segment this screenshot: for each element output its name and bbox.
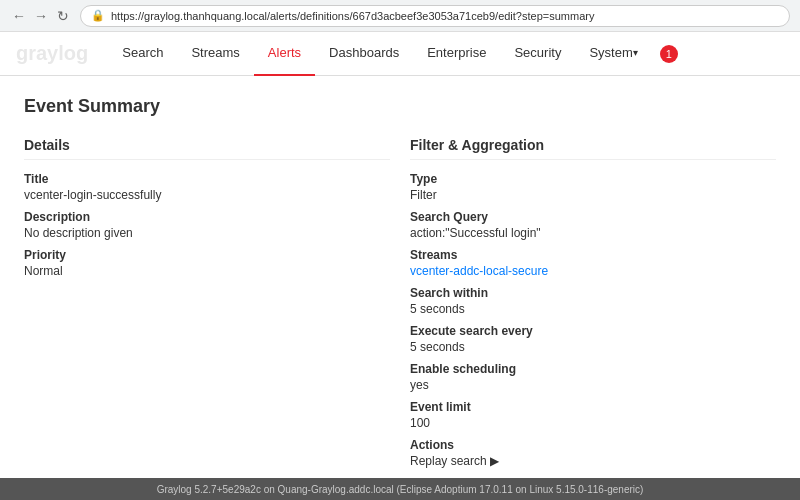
nav-buttons: ← → ↻ xyxy=(10,7,72,25)
navbar: graylog Search Streams Alerts Dashboards… xyxy=(0,32,800,76)
search-query-value: action:"Successful login" xyxy=(410,226,776,240)
filter-aggregation-section: Filter & Aggregation Type Filter Search … xyxy=(410,137,776,468)
brand-text: graylog xyxy=(16,42,88,64)
enable-scheduling-value: yes xyxy=(410,378,776,392)
nav-alerts[interactable]: Alerts xyxy=(254,32,315,76)
search-within-value: 5 seconds xyxy=(410,302,776,316)
main-content: Event Summary Details Title vcenter-logi… xyxy=(0,76,800,478)
alert-badge: 1 xyxy=(660,45,678,63)
filter-section-title: Filter & Aggregation xyxy=(410,137,776,160)
priority-value: Normal xyxy=(24,264,390,278)
search-query-label: Search Query xyxy=(410,210,776,224)
nav-search[interactable]: Search xyxy=(108,32,177,76)
back-button[interactable]: ← xyxy=(10,7,28,25)
top-sections: Details Title vcenter-login-successfully… xyxy=(24,137,776,468)
streams-link[interactable]: vcenter-addc-local-secure xyxy=(410,264,776,278)
nav-enterprise[interactable]: Enterprise xyxy=(413,32,500,76)
description-value: No description given xyxy=(24,226,390,240)
event-limit-label: Event limit xyxy=(410,400,776,414)
execute-search-value: 5 seconds xyxy=(410,340,776,354)
details-section-title: Details xyxy=(24,137,390,160)
nav-system[interactable]: System xyxy=(575,32,651,76)
event-limit-value: 100 xyxy=(410,416,776,430)
execute-search-label: Execute search every xyxy=(410,324,776,338)
type-label: Type xyxy=(410,172,776,186)
lock-icon: 🔒 xyxy=(91,9,105,22)
type-value: Filter xyxy=(410,188,776,202)
title-value: vcenter-login-successfully xyxy=(24,188,390,202)
footer-text: Graylog 5.2.7+5e29a2c on Quang-Graylog.a… xyxy=(157,484,644,495)
address-bar[interactable]: 🔒 https://graylog.thanhquang.local/alert… xyxy=(80,5,790,27)
page-title: Event Summary xyxy=(24,96,776,117)
actions-label: Actions xyxy=(410,438,776,452)
title-label: Title xyxy=(24,172,390,186)
url-text: https://graylog.thanhquang.local/alerts/… xyxy=(111,10,779,22)
reload-button[interactable]: ↻ xyxy=(54,7,72,25)
browser-chrome: ← → ↻ 🔒 https://graylog.thanhquang.local… xyxy=(0,0,800,32)
streams-label: Streams xyxy=(410,248,776,262)
details-section: Details Title vcenter-login-successfully… xyxy=(24,137,390,468)
nav-items: Search Streams Alerts Dashboards Enterpr… xyxy=(108,32,784,76)
nav-streams[interactable]: Streams xyxy=(177,32,253,76)
nav-dashboards[interactable]: Dashboards xyxy=(315,32,413,76)
brand-logo[interactable]: graylog xyxy=(16,42,88,65)
nav-security[interactable]: Security xyxy=(500,32,575,76)
forward-button[interactable]: → xyxy=(32,7,50,25)
actions-value[interactable]: Replay search ▶ xyxy=(410,454,776,468)
footer: Graylog 5.2.7+5e29a2c on Quang-Graylog.a… xyxy=(0,478,800,500)
enable-scheduling-label: Enable scheduling xyxy=(410,362,776,376)
search-within-label: Search within xyxy=(410,286,776,300)
priority-label: Priority xyxy=(24,248,390,262)
description-label: Description xyxy=(24,210,390,224)
